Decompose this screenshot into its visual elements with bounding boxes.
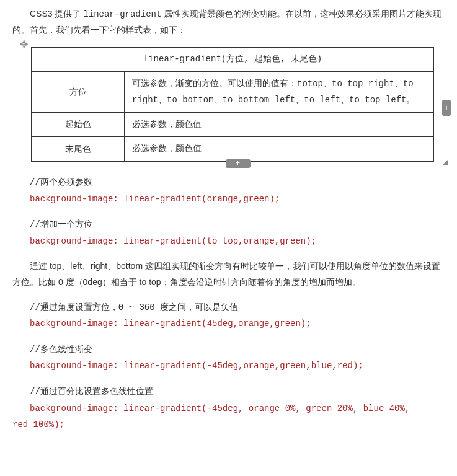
table-row: 起始色 必选参数，颜色值 [32, 112, 434, 137]
row-label: 起始色 [32, 112, 125, 137]
code-line: background-image: linear-gradient(-45deg… [12, 358, 445, 374]
row-desc: 必选参数，颜色值 [125, 112, 434, 137]
intro-paragraph: CSS3 提供了 linear-gradient 属性实现背景颜色的渐变功能。在… [12, 6, 445, 38]
row-desc: 可选参数，渐变的方位。可以使用的值有：totop、to top right、to… [125, 71, 434, 112]
table-row: 末尾色 必选参数，颜色值 [32, 137, 434, 162]
table-header: linear-gradient(方位, 起始色, 末尾色) [32, 48, 434, 71]
code-block-2: //增加一个方位 background-image: linear-gradie… [12, 216, 445, 249]
table-row: linear-gradient(方位, 起始色, 末尾色) [32, 48, 434, 71]
syntax-table: linear-gradient(方位, 起始色, 末尾色) 方位 可选参数，渐变… [31, 47, 434, 162]
syntax-table-wrap: linear-gradient(方位, 起始色, 末尾色) 方位 可选参数，渐变… [31, 47, 445, 162]
code-block-1: //两个必须参数 background-image: linear-gradie… [12, 174, 445, 207]
code-line: background-image: linear-gradient(45deg,… [12, 315, 445, 332]
code-block-5: //通过百分比设置多色线性位置 background-image: linear… [12, 384, 445, 433]
code-comment: //多色线性渐变 [12, 342, 445, 358]
intro-code: linear-gradient [83, 9, 161, 19]
code-line-wrap: red 100%); [12, 416, 445, 433]
code-comment: //两个必须参数 [12, 174, 445, 191]
code-line: background-image: linear-gradient(orange… [12, 191, 445, 208]
add-column-icon[interactable] [442, 100, 451, 116]
row-desc: 必选参数，颜色值 [125, 137, 434, 162]
row-label: 方位 [32, 71, 125, 112]
move-icon[interactable] [20, 36, 28, 54]
code-line: background-image: linear-gradient(to top… [12, 233, 445, 250]
code-comment: //增加一个方位 [12, 216, 445, 233]
paragraph-angle: 通过 top、left、right、bottom 这四组实现的渐变方向有时比较单… [12, 258, 445, 289]
row-label: 末尾色 [32, 137, 125, 162]
code-block-3: //通过角度设置方位，0 ~ 360 度之间，可以是负值 background-… [12, 299, 445, 332]
table-row: 方位 可选参数，渐变的方位。可以使用的值有：totop、to top right… [32, 71, 434, 112]
code-comment: //通过百分比设置多色线性位置 [12, 384, 445, 400]
resize-corner-icon[interactable] [442, 159, 448, 165]
add-row-icon[interactable] [226, 159, 251, 168]
intro-prefix: CSS3 提供了 [30, 9, 83, 19]
code-comment: //通过角度设置方位，0 ~ 360 度之间，可以是负值 [12, 299, 445, 316]
code-block-4: //多色线性渐变 background-image: linear-gradie… [12, 342, 445, 374]
code-line: background-image: linear-gradient(-45deg… [12, 400, 445, 417]
